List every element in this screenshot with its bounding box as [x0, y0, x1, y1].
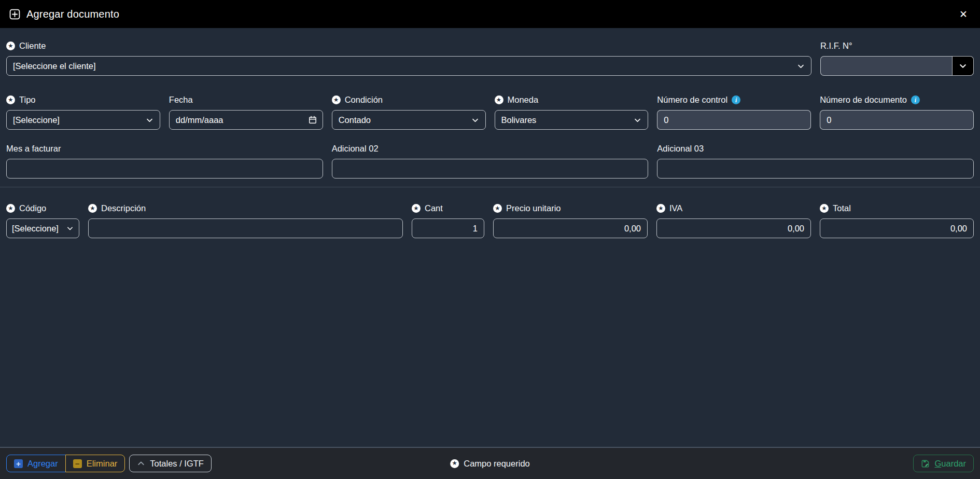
moneda-label-row: ★ Moneda [495, 94, 649, 105]
minus-icon: − [73, 459, 82, 468]
plus-icon: + [14, 459, 23, 468]
totales-igtf-button-label: Totales / IGTF [150, 459, 204, 469]
close-icon[interactable]: ✕ [956, 7, 971, 21]
required-icon: ★ [820, 204, 829, 213]
required-icon: ★ [88, 204, 97, 213]
condicion-label-row: ★ Condición [332, 94, 486, 105]
fecha-label: Fecha [169, 95, 193, 105]
eliminar-button[interactable]: − Eliminar [65, 455, 125, 472]
rif-input-group [820, 56, 974, 76]
field-precio-unitario: ★ Precio unitario [493, 203, 648, 238]
chevron-down-icon [797, 62, 805, 70]
field-numero-documento: Número de documento i [820, 94, 974, 130]
required-icon: ★ [412, 204, 421, 213]
required-icon: ★ [495, 95, 503, 104]
campo-requerido-label: Campo requerido [464, 459, 530, 469]
document-form: ★ Cliente [Seleccione el cliente] R.I.F.… [0, 28, 980, 447]
chevron-up-icon [137, 459, 145, 468]
precio-unitario-input[interactable] [493, 218, 648, 238]
mes-a-facturar-input[interactable] [6, 159, 323, 179]
field-fecha: Fecha [169, 94, 323, 130]
condicion-label: Condición [345, 95, 383, 105]
numero-control-input[interactable] [657, 110, 811, 130]
adicional-02-input[interactable] [332, 159, 649, 179]
numero-control-label: Número de control [657, 95, 727, 105]
cliente-label-row: ★ Cliente [6, 40, 811, 51]
section-divider [0, 187, 980, 187]
cliente-select[interactable]: [Seleccione el cliente] [6, 56, 811, 76]
adicional-03-label: Adicional 03 [657, 144, 704, 154]
field-cant: ★ Cant [412, 203, 484, 238]
chevron-down-icon [66, 225, 74, 232]
descripcion-label: Descripción [101, 203, 146, 213]
required-icon: ★ [656, 204, 665, 213]
agregar-button[interactable]: + Agregar [6, 455, 66, 472]
total-input[interactable] [820, 218, 974, 238]
descripcion-input[interactable] [88, 218, 403, 238]
field-cliente: ★ Cliente [Seleccione el cliente] [6, 40, 811, 76]
field-total: ★ Total [820, 203, 974, 238]
required-icon: ★ [6, 95, 15, 104]
guardar-button[interactable]: Guardar [913, 455, 974, 472]
agregar-button-label: Agregar [27, 459, 58, 469]
fecha-label-row: Fecha [169, 94, 323, 105]
tipo-label: Tipo [19, 95, 36, 105]
rif-dropdown-button[interactable] [952, 56, 974, 76]
condicion-select-value: Contado [339, 115, 371, 125]
iva-input[interactable] [656, 218, 811, 238]
rif-label-row: R.I.F. N° [820, 40, 974, 51]
chevron-down-icon [634, 116, 641, 124]
moneda-label: Moneda [508, 95, 539, 105]
field-moneda: ★ Moneda Bolivares [495, 94, 649, 130]
codigo-select[interactable]: [Seleccione] [6, 218, 79, 238]
required-icon: ★ [6, 42, 15, 50]
cliente-label: Cliente [19, 41, 46, 51]
field-descripcion: ★ Descripción [88, 203, 403, 238]
fecha-input[interactable] [169, 110, 323, 130]
iva-label-row: ★ IVA [656, 203, 811, 214]
dialog-titlebar: Agregar documento ✕ [0, 0, 980, 28]
info-icon: i [911, 95, 920, 104]
precio-unitario-label: Precio unitario [506, 203, 561, 213]
save-icon [921, 459, 930, 468]
rif-input[interactable] [820, 56, 952, 76]
adicional-03-input[interactable] [657, 159, 974, 179]
adicional-02-label: Adicional 02 [332, 144, 379, 154]
fecha-input-wrap [169, 110, 323, 130]
field-condicion: ★ Condición Contado [332, 94, 486, 130]
cliente-select-value: [Seleccione el cliente] [13, 61, 96, 71]
totales-igtf-button[interactable]: Totales / IGTF [129, 455, 212, 472]
numero-documento-label: Número de documento [820, 95, 907, 105]
codigo-select-value: [Seleccione] [12, 224, 59, 234]
condicion-select[interactable]: Contado [332, 110, 486, 130]
field-adicional-03: Adicional 03 [657, 143, 974, 179]
required-icon: ★ [450, 459, 459, 468]
tipo-select-value: [Seleccione] [13, 115, 60, 125]
moneda-select-value: Bolivares [501, 115, 537, 125]
field-codigo: ★ Código [Seleccione] [6, 203, 79, 238]
iva-label: IVA [669, 203, 682, 213]
campo-requerido-legend: ★ Campo requerido [450, 459, 530, 469]
required-icon: ★ [332, 95, 341, 104]
chevron-down-icon [471, 116, 479, 124]
cant-label-row: ★ Cant [412, 203, 484, 214]
numero-control-label-row: Número de control i [657, 94, 811, 105]
required-icon: ★ [493, 204, 502, 213]
rif-label: R.I.F. N° [820, 41, 852, 51]
field-adicional-02: Adicional 02 [332, 143, 649, 179]
required-icon: ★ [6, 204, 15, 213]
tipo-select[interactable]: [Seleccione] [6, 110, 160, 130]
moneda-select[interactable]: Bolivares [495, 110, 649, 130]
adicional-03-label-row: Adicional 03 [657, 143, 974, 154]
total-label-row: ★ Total [820, 203, 974, 214]
numero-documento-label-row: Número de documento i [820, 94, 974, 105]
dialog-title: Agregar documento [26, 8, 119, 20]
descripcion-label-row: ★ Descripción [88, 203, 403, 214]
mes-a-facturar-label: Mes a facturar [6, 144, 61, 154]
field-rif: R.I.F. N° [820, 40, 974, 76]
cant-input[interactable] [412, 218, 484, 238]
field-iva: ★ IVA [656, 203, 811, 238]
numero-documento-input[interactable] [820, 110, 974, 130]
total-label: Total [833, 203, 851, 213]
chevron-down-icon [146, 116, 153, 124]
